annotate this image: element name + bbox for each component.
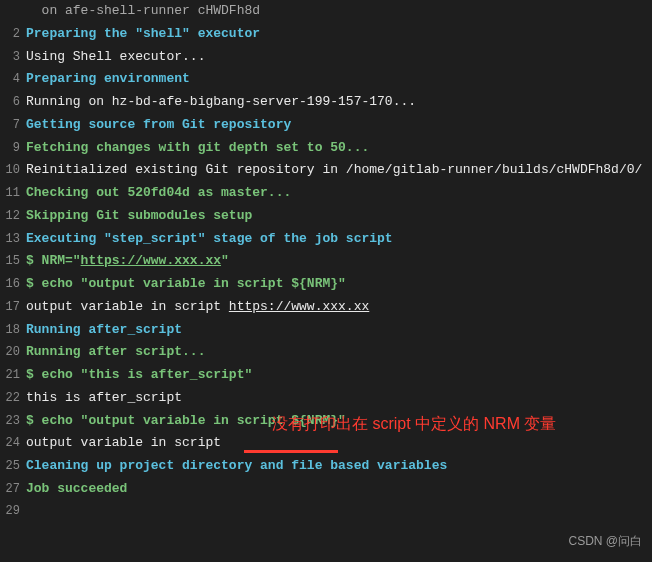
line-text: $ echo "output variable in script ${NRM}… [26,410,652,433]
line-text: output variable in script [26,432,652,455]
line-number: 13 [0,229,26,250]
log-segment: $ NRM=" [26,253,81,268]
log-segment: output variable in script [26,299,229,314]
line-text: output variable in script https://www.xx… [26,296,652,319]
log-line: 18Running after_script [0,319,652,342]
line-text: Running after_script [26,319,652,342]
line-text: Running on hz-bd-afe-bigbang-server-199-… [26,91,652,114]
watermark: CSDN @问白 [568,531,642,552]
line-text: $ echo "this is after_script" [26,364,652,387]
log-line: 21$ echo "this is after_script" [0,364,652,387]
log-line: 12Skipping Git submodules setup [0,205,652,228]
log-line: 7Getting source from Git repository [0,114,652,137]
log-line: 15$ NRM="https://www.xxx.xx" [0,250,652,273]
line-text: Cleaning up project directory and file b… [26,455,652,478]
log-line: 16$ echo "output variable in script ${NR… [0,273,652,296]
line-text: Preparing the "shell" executor [26,23,652,46]
line-number: 18 [0,320,26,341]
line-number: 22 [0,388,26,409]
line-number: 29 [0,501,26,522]
log-line: 9Fetching changes with git depth set to … [0,137,652,160]
log-line: 23$ echo "output variable in script ${NR… [0,410,652,433]
line-number: 21 [0,365,26,386]
job-log: on afe-shell-runner cHWDFh8d2Preparing t… [0,0,652,522]
line-text: Using Shell executor... [26,46,652,69]
line-number: 27 [0,479,26,500]
log-line: 2Preparing the "shell" executor [0,23,652,46]
log-segment: " [221,253,229,268]
line-text: Getting source from Git repository [26,114,652,137]
log-line: 4Preparing environment [0,68,652,91]
log-link[interactable]: https://www.xxx.xx [229,299,369,314]
line-number: 4 [0,69,26,90]
log-line: 10Reinitialized existing Git repository … [0,159,652,182]
log-line: 6Running on hz-bd-afe-bigbang-server-199… [0,91,652,114]
line-number: 6 [0,92,26,113]
log-line: 22this is after_script [0,387,652,410]
line-text: Running after script... [26,341,652,364]
line-text: Fetching changes with git depth set to 5… [26,137,652,160]
line-text: $ NRM="https://www.xxx.xx" [26,250,652,273]
line-number: 15 [0,251,26,272]
line-number: 2 [0,24,26,45]
line-text: this is after_script [26,387,652,410]
line-text: on afe-shell-runner cHWDFh8d [26,0,652,23]
log-line: 11Checking out 520fd04d as master... [0,182,652,205]
line-number: 11 [0,183,26,204]
line-number: 9 [0,138,26,159]
log-line: 25Cleaning up project directory and file… [0,455,652,478]
log-line: 3Using Shell executor... [0,46,652,69]
log-link[interactable]: https://www.xxx.xx [81,253,221,268]
line-number: 20 [0,342,26,363]
line-number: 25 [0,456,26,477]
line-number: 10 [0,160,26,181]
log-line: 13Executing "step_script" stage of the j… [0,228,652,251]
log-line: 24output variable in script [0,432,652,455]
log-line: on afe-shell-runner cHWDFh8d [0,0,652,23]
line-number: 17 [0,297,26,318]
line-text: Checking out 520fd04d as master... [26,182,652,205]
line-text: Skipping Git submodules setup [26,205,652,228]
line-number: 23 [0,411,26,432]
log-line: 27Job succeeded [0,478,652,501]
line-text: Reinitialized existing Git repository in… [26,159,652,182]
line-text: Job succeeded [26,478,652,501]
line-number: 24 [0,433,26,454]
line-number: 12 [0,206,26,227]
log-line: 17output variable in script https://www.… [0,296,652,319]
line-text: $ echo "output variable in script ${NRM}… [26,273,652,296]
line-number: 3 [0,47,26,68]
line-text: Preparing environment [26,68,652,91]
log-line: 20Running after script... [0,341,652,364]
line-text: Executing "step_script" stage of the job… [26,228,652,251]
line-number: 16 [0,274,26,295]
log-line: 29 [0,501,652,522]
line-number: 7 [0,115,26,136]
